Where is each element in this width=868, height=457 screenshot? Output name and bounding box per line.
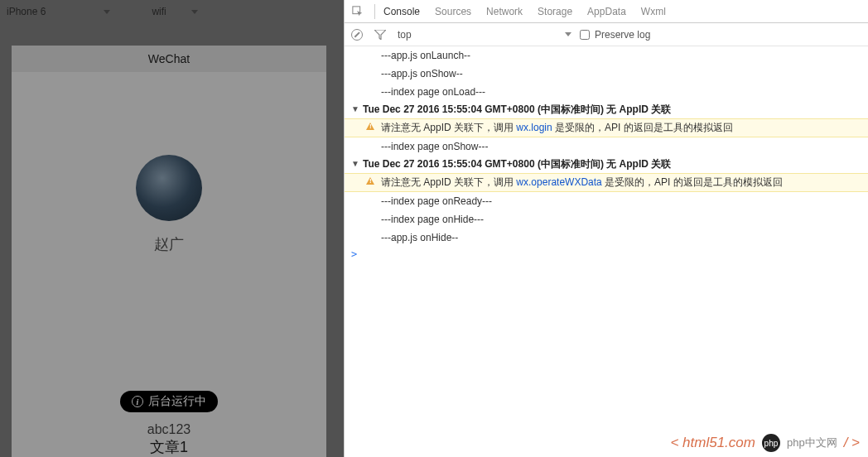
app-title-bar: WeChat — [12, 46, 326, 72]
chevron-down-icon — [104, 10, 110, 14]
console-group-header[interactable]: Tue Dec 27 2016 15:55:04 GMT+0800 (中国标准时… — [345, 101, 868, 118]
avatar — [136, 155, 202, 221]
console-warning-line: 请注意无 AppID 关联下，调用 wx.login 是受限的，API 的返回是… — [345, 118, 868, 137]
console-log-line: ---index page onLoad--- — [345, 83, 868, 101]
console-log-line: ---index page onReady--- — [345, 192, 868, 210]
console-log-line: ---app.js onShow-- — [345, 65, 868, 83]
console-log-line: ---index page onHide--- — [345, 210, 868, 228]
preserve-log-label: Preserve log — [595, 29, 650, 41]
console-log-line: ---app.js onLaunch-- — [345, 46, 868, 65]
preserve-log-toggle[interactable]: Preserve log — [580, 29, 650, 41]
network-label: wifi — [152, 6, 166, 17]
bottom-text-2: 文章1 — [147, 437, 191, 457]
app-content: 赵广 i 后台运行中 abc123 文章1 — [12, 72, 326, 457]
simulator-panel: iPhone 6 wifi WeChat 赵广 i 后台运行中 abc123 文… — [0, 0, 344, 457]
tab-network[interactable]: Network — [486, 6, 523, 17]
console-log-line: ---app.js onHide-- — [345, 228, 868, 247]
tab-appdata[interactable]: AppData — [587, 6, 626, 17]
chevron-down-icon — [565, 32, 571, 36]
context-label: top — [398, 29, 412, 41]
console-filter-bar: top Preserve log — [345, 23, 868, 46]
background-running-badge: i 后台运行中 — [120, 391, 218, 412]
bottom-text: abc123 文章1 — [147, 422, 191, 457]
devtools-tabs: Console Sources Network Storage AppData … — [345, 0, 868, 23]
separator — [374, 4, 375, 19]
devtools-panel: Console Sources Network Storage AppData … — [344, 0, 868, 457]
app-title: WeChat — [148, 52, 190, 65]
filter-button[interactable] — [374, 30, 386, 40]
tab-console[interactable]: Console — [383, 6, 420, 17]
info-icon: i — [132, 396, 143, 407]
tab-storage[interactable]: Storage — [538, 6, 572, 17]
console-prompt[interactable]: > — [345, 247, 868, 262]
clear-console-button[interactable] — [351, 29, 363, 41]
bg-running-label: 后台运行中 — [148, 394, 206, 409]
device-dropdown[interactable]: iPhone 6 — [7, 6, 110, 17]
console-log-line: ---index page onShow--- — [345, 137, 868, 156]
device-frame: WeChat 赵广 i 后台运行中 abc123 文章1 — [12, 46, 326, 457]
device-label: iPhone 6 — [7, 6, 46, 17]
inspect-element-button[interactable] — [351, 5, 364, 18]
chevron-down-icon — [191, 10, 198, 14]
console-group-header[interactable]: Tue Dec 27 2016 15:55:04 GMT+0800 (中国标准时… — [345, 156, 868, 173]
inspect-icon — [352, 6, 364, 17]
tab-wxml[interactable]: Wxml — [641, 6, 666, 17]
simulator-toolbar: iPhone 6 wifi — [0, 0, 344, 23]
preserve-log-checkbox[interactable] — [580, 30, 590, 40]
tab-sources[interactable]: Sources — [435, 6, 471, 17]
filter-icon — [374, 30, 386, 40]
console-warning-line: 请注意无 AppID 关联下，调用 wx.operateWXData 是受限的，… — [345, 173, 868, 192]
nickname: 赵广 — [154, 234, 184, 254]
console-log-list[interactable]: ---app.js onLaunch-----app.js onShow----… — [345, 46, 868, 457]
bottom-text-1: abc123 — [147, 422, 191, 437]
network-dropdown[interactable]: wifi — [152, 6, 197, 17]
context-dropdown[interactable]: top — [398, 29, 571, 41]
